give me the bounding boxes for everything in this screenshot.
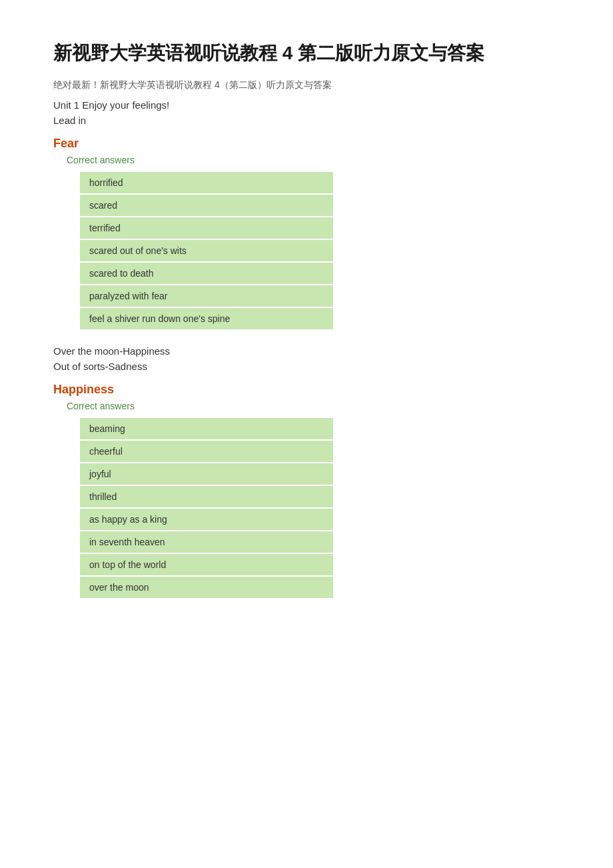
fear-section-title: Fear [53,137,560,151]
fear-answer-item: paralyzed with fear [80,285,333,307]
happiness-answer-item: as happy as a king [80,509,333,530]
unit-label: Unit 1 Enjoy your feelings! [53,99,560,111]
lead-in: Lead in [53,115,560,126]
happiness-answer-item: cheerful [80,441,333,462]
happiness-answer-item: over the moon [80,577,333,598]
fear-answer-item: scared out of one's wits [80,240,333,261]
subtitle: 绝对最新！新视野大学英语视听说教程 4（第二版）听力原文与答案 [53,79,560,91]
page-title: 新视野大学英语视听说教程 4 第二版听力原文与答案 [53,40,560,66]
fear-section: Fear Correct answers horrifiedscaredterr… [53,137,560,329]
fear-answer-item: horrified [80,172,333,193]
happiness-correct-answers-label: Correct answers [67,401,560,411]
fear-answer-item: scared to death [80,263,333,284]
out-of-sorts-sadness: Out of sorts-Sadness [53,361,560,372]
fear-correct-answers-label: Correct answers [67,155,560,165]
over-the-moon-happiness: Over the moon-Happiness [53,345,560,357]
happiness-answer-item: on top of the world [80,554,333,575]
happiness-answer-item: joyful [80,463,333,485]
happiness-answer-item: beaming [80,418,333,439]
happiness-section: Happiness Correct answers beamingcheerfu… [53,383,560,598]
fear-answer-item: feel a shiver run down one's spine [80,308,333,329]
happiness-answers-list: beamingcheerfuljoyfulthrilledas happy as… [80,418,333,598]
fear-answer-item: terrified [80,217,333,239]
happiness-answer-item: thrilled [80,486,333,507]
happiness-answer-item: in seventh heaven [80,531,333,553]
happiness-section-title: Happiness [53,383,560,397]
fear-answer-item: scared [80,195,333,216]
fear-answers-list: horrifiedscaredterrifiedscared out of on… [80,172,333,329]
